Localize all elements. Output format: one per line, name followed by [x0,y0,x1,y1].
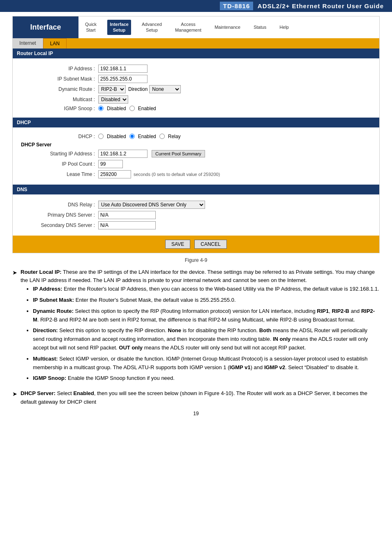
secondary-dns-row: Secondary DNS Server : [21,221,371,229]
dynamic-route-label: Dynamic Route : [21,86,95,92]
dynamic-route-select[interactable]: RIP2-B RIP1 RIP2-M [98,85,126,93]
dhcp-disabled-label: Disabled [107,134,126,139]
igmp-snoop-label: IGMP Snoop : [21,106,95,111]
igmp-snoop-radio-group: Disabled Enabled [98,106,156,111]
nav-access-management[interactable]: AccessManagement [173,20,204,35]
nav-top: Interface QuickStart InterfaceSetup Adva… [13,16,379,38]
bullet-igmp-snoop: IGMP Snoop: Enable the IGMP Snoop functi… [33,374,380,383]
bullet-direction: Direction: Select this option to specify… [33,326,380,352]
bullet-subnet-mask: IP Subnet Mask: Enter the Router's Subne… [33,296,380,305]
dhcp-server-bold: DHCP Server: [21,390,55,396]
dhcp-server-text: DHCP Server: Select Enabled, then you wi… [21,389,380,407]
pool-count-row: IP Pool Count : [21,160,371,168]
model-label: TD-8816 [220,2,253,10]
body-text: ➤ Router Local IP: These are the IP sett… [12,268,380,407]
multicast-select[interactable]: Disabled IGMP v1 IGMP v2 [98,95,128,104]
page-header: TD-8816 ADSL2/2+ Ethernet Router User Gu… [0,0,392,12]
router-local-ip-header: Router Local IP [13,49,379,58]
save-button[interactable]: SAVE [165,240,190,249]
dhcp-relay-label: Relay [168,134,181,139]
nav-quick-start[interactable]: QuickStart [83,20,99,35]
cancel-button[interactable]: CANCEL [194,240,227,249]
nav-help[interactable]: Help [277,23,291,31]
nav-interface-setup[interactable]: InterfaceSetup [107,20,131,35]
dynamic-route-row: Dynamic Route : RIP2-B RIP1 RIP2-M Direc… [21,85,371,93]
ip-address-row: IP Address : [21,65,371,73]
igmp-snoop-enabled-radio[interactable] [129,106,135,111]
sub-nav: Internet LAN [13,38,379,49]
router-local-ip-bullets: IP Address: Enter the Router's local IP … [33,285,380,383]
guide-title: ADSL2/2+ Ethernet Router User Guide [258,2,384,9]
dhcp-form: DHCP : Disabled Enabled Relay DHCP Serve… [13,127,379,185]
router-local-ip-paragraph: ➤ Router Local IP: These are the IP sett… [12,268,380,386]
starting-ip-label: Starting IP Address : [21,151,95,157]
router-local-ip-desc: These are the IP settings of the LAN int… [21,269,375,284]
bullet-ip-address: IP Address: Enter the Router's local IP … [33,285,380,294]
figure-caption: Figure 4-9 [0,257,392,263]
primary-dns-row: Primary DNS Server : [21,211,371,219]
arrow-symbol-2: ➤ [12,389,17,407]
lease-time-row: Lease Time : seconds (0 sets to default … [21,170,371,178]
router-local-ip-form: IP Address : IP Subnet Mask : Dynamic Ro… [13,58,379,118]
dhcp-disabled-radio[interactable] [98,134,104,139]
dhcp-radio-group: Disabled Enabled Relay [98,134,180,139]
page-number: 19 [0,411,392,416]
igmp-snoop-disabled-radio[interactable] [98,106,104,111]
primary-dns-label: Primary DNS Server : [21,212,95,218]
primary-dns-input[interactable] [98,211,156,219]
secondary-dns-input[interactable] [98,221,156,229]
footer-bar: SAVE CANCEL [13,236,379,253]
subnet-mask-input[interactable] [98,75,148,83]
starting-ip-input[interactable] [98,150,148,158]
starting-ip-row: Starting IP Address : Current Pool Summa… [21,150,371,158]
nav-container: Interface QuickStart InterfaceSetup Adva… [12,16,380,253]
nav-status[interactable]: Status [251,23,269,31]
router-local-ip-text: Router Local IP: These are the IP settin… [21,268,380,386]
sub-nav-internet[interactable]: Internet [13,38,43,49]
igmp-disabled-label: Disabled [107,106,126,111]
igmp-enabled-label: Enabled [138,106,156,111]
nav-maintenance[interactable]: Maintenance [212,23,243,31]
dhcp-label: DHCP : [21,134,95,139]
direction-select[interactable]: None Both IN only OUT only [149,85,181,93]
dns-relay-label: DNS Relay : [21,202,95,208]
subnet-mask-row: IP Subnet Mask : [21,75,371,83]
nav-menu: QuickStart InterfaceSetup AdvancedSetup … [78,16,379,38]
dns-form: DNS Relay : Use Auto Discovered DNS Serv… [13,194,379,236]
bullet-dynamic-route: Dynamic Route: Select this option to spe… [33,307,380,324]
router-local-ip-bold: Router Local IP: [21,269,62,275]
ip-address-label: IP Address : [21,66,95,72]
current-pool-button[interactable]: Current Pool Summary [152,150,205,157]
secondary-dns-label: Secondary DNS Server : [21,222,95,228]
igmp-snoop-row: IGMP Snoop : Disabled Enabled [21,106,371,111]
multicast-label: Multicast : [21,97,95,102]
lease-time-input[interactable] [98,170,131,178]
dhcp-relay-radio[interactable] [159,134,165,139]
sub-nav-lan[interactable]: LAN [43,38,67,49]
dhcp-enabled-label: Enabled [138,134,156,139]
dhcp-server-paragraph: ➤ DHCP Server: Select Enabled, then you … [12,389,380,407]
lease-time-note: seconds (0 sets to default value of 2592… [134,172,220,177]
dhcp-radio-row: DHCP : Disabled Enabled Relay [21,134,371,139]
pool-count-input[interactable] [98,160,123,168]
nav-advanced-setup[interactable]: AdvancedSetup [139,20,164,35]
dns-relay-select[interactable]: Use Auto Discovered DNS Server Only Use … [98,201,205,209]
dhcp-header: DHCP [13,118,379,127]
subnet-mask-label: IP Subnet Mask : [21,76,95,82]
direction-label: Direction [128,86,148,92]
bullet-multicast: Multicast: Select IGMP version, or disab… [33,355,380,372]
dhcp-server-desc: Select Enabled, then you will see the sc… [21,390,367,405]
dhcp-enabled-radio[interactable] [129,134,135,139]
dns-header: DNS [13,185,379,194]
ip-address-input[interactable] [98,65,148,73]
pool-count-label: IP Pool Count : [21,161,95,167]
multicast-row: Multicast : Disabled IGMP v1 IGMP v2 [21,95,371,104]
lease-time-label: Lease Time : [21,171,95,177]
arrow-symbol: ➤ [12,268,17,386]
dhcp-server-label: DHCP Server [21,142,371,148]
dns-relay-row: DNS Relay : Use Auto Discovered DNS Serv… [21,201,371,209]
nav-brand: Interface [13,16,78,38]
